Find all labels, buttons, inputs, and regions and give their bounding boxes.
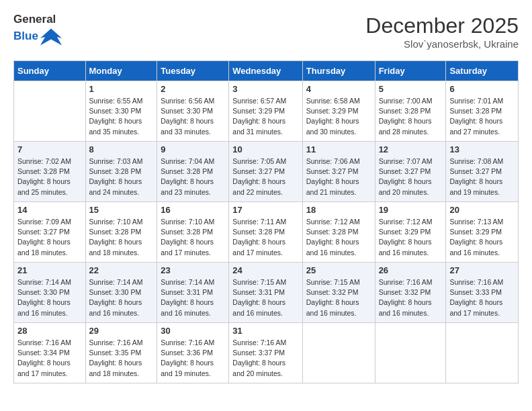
weekday-header-sunday: Sunday xyxy=(14,61,86,81)
day-info: Sunrise: 7:07 AM Sunset: 3:27 PM Dayligh… xyxy=(379,156,443,197)
day-cell xyxy=(302,323,375,383)
day-number: 10 xyxy=(232,144,298,154)
day-info: Sunrise: 7:08 AM Sunset: 3:27 PM Dayligh… xyxy=(449,156,515,197)
day-cell: 28Sunrise: 7:16 AM Sunset: 3:34 PM Dayli… xyxy=(14,323,86,383)
day-number: 14 xyxy=(17,205,82,215)
logo-bird-icon xyxy=(40,26,62,48)
logo-blue: Blue xyxy=(13,30,38,43)
day-info: Sunrise: 7:09 AM Sunset: 3:27 PM Dayligh… xyxy=(17,217,82,258)
day-number: 1 xyxy=(89,84,154,94)
day-cell: 23Sunrise: 7:14 AM Sunset: 3:31 PM Dayli… xyxy=(157,263,229,323)
day-number: 4 xyxy=(306,84,371,94)
day-cell: 10Sunrise: 7:05 AM Sunset: 3:27 PM Dayli… xyxy=(229,142,302,202)
day-number: 24 xyxy=(232,265,298,275)
day-info: Sunrise: 7:10 AM Sunset: 3:28 PM Dayligh… xyxy=(161,217,225,258)
day-number: 30 xyxy=(161,326,225,336)
day-cell xyxy=(14,81,86,142)
day-info: Sunrise: 7:04 AM Sunset: 3:28 PM Dayligh… xyxy=(161,156,225,197)
day-info: Sunrise: 7:11 AM Sunset: 3:28 PM Dayligh… xyxy=(232,217,298,258)
week-row-5: 28Sunrise: 7:16 AM Sunset: 3:34 PM Dayli… xyxy=(14,323,519,383)
page-header: General Blue December 2025 Slov`yanoserb… xyxy=(13,13,519,50)
day-info: Sunrise: 7:00 AM Sunset: 3:28 PM Dayligh… xyxy=(379,96,443,137)
week-row-4: 21Sunrise: 7:14 AM Sunset: 3:30 PM Dayli… xyxy=(14,263,519,323)
calendar-table: SundayMondayTuesdayWednesdayThursdayFrid… xyxy=(13,60,519,383)
location-subtitle: Slov`yanoserbsk, Ukraine xyxy=(365,38,519,50)
day-info: Sunrise: 7:03 AM Sunset: 3:28 PM Dayligh… xyxy=(89,156,154,197)
day-number: 21 xyxy=(17,265,82,275)
day-info: Sunrise: 7:02 AM Sunset: 3:28 PM Dayligh… xyxy=(17,156,82,197)
day-cell xyxy=(446,323,519,383)
day-info: Sunrise: 7:16 AM Sunset: 3:33 PM Dayligh… xyxy=(449,277,515,318)
day-number: 20 xyxy=(449,205,515,215)
day-number: 2 xyxy=(161,84,225,94)
day-cell: 16Sunrise: 7:10 AM Sunset: 3:28 PM Dayli… xyxy=(157,202,229,263)
day-info: Sunrise: 7:14 AM Sunset: 3:30 PM Dayligh… xyxy=(89,277,154,318)
day-cell xyxy=(375,323,446,383)
day-number: 28 xyxy=(17,326,82,336)
day-info: Sunrise: 6:57 AM Sunset: 3:29 PM Dayligh… xyxy=(232,96,298,137)
day-number: 26 xyxy=(379,265,443,275)
weekday-header-wednesday: Wednesday xyxy=(229,61,302,81)
day-cell: 25Sunrise: 7:15 AM Sunset: 3:32 PM Dayli… xyxy=(302,263,375,323)
day-number: 16 xyxy=(161,205,225,215)
day-cell: 21Sunrise: 7:14 AM Sunset: 3:30 PM Dayli… xyxy=(14,263,86,323)
month-title: December 2025 xyxy=(365,13,519,38)
day-info: Sunrise: 7:13 AM Sunset: 3:29 PM Dayligh… xyxy=(449,217,515,258)
weekday-header-thursday: Thursday xyxy=(302,61,375,81)
day-cell: 31Sunrise: 7:16 AM Sunset: 3:37 PM Dayli… xyxy=(229,323,302,383)
day-number: 31 xyxy=(232,326,298,336)
weekday-header-saturday: Saturday xyxy=(446,61,519,81)
day-info: Sunrise: 7:16 AM Sunset: 3:36 PM Dayligh… xyxy=(161,338,225,379)
svg-marker-0 xyxy=(40,28,62,45)
day-cell: 18Sunrise: 7:12 AM Sunset: 3:28 PM Dayli… xyxy=(302,202,375,263)
week-row-1: 1Sunrise: 6:55 AM Sunset: 3:30 PM Daylig… xyxy=(14,81,519,142)
day-cell: 27Sunrise: 7:16 AM Sunset: 3:33 PM Dayli… xyxy=(446,263,519,323)
day-number: 9 xyxy=(161,144,225,154)
day-number: 13 xyxy=(449,144,515,154)
day-number: 5 xyxy=(379,84,443,94)
day-cell: 1Sunrise: 6:55 AM Sunset: 3:30 PM Daylig… xyxy=(85,81,157,142)
day-info: Sunrise: 7:15 AM Sunset: 3:31 PM Dayligh… xyxy=(232,277,298,318)
day-number: 15 xyxy=(89,205,154,215)
day-cell: 22Sunrise: 7:14 AM Sunset: 3:30 PM Dayli… xyxy=(85,263,157,323)
day-number: 17 xyxy=(232,205,298,215)
day-info: Sunrise: 7:14 AM Sunset: 3:31 PM Dayligh… xyxy=(161,277,225,318)
day-info: Sunrise: 7:05 AM Sunset: 3:27 PM Dayligh… xyxy=(232,156,298,197)
day-cell: 5Sunrise: 7:00 AM Sunset: 3:28 PM Daylig… xyxy=(375,81,446,142)
day-cell: 30Sunrise: 7:16 AM Sunset: 3:36 PM Dayli… xyxy=(157,323,229,383)
weekday-header-row: SundayMondayTuesdayWednesdayThursdayFrid… xyxy=(14,61,519,81)
day-number: 11 xyxy=(306,144,371,154)
day-cell: 12Sunrise: 7:07 AM Sunset: 3:27 PM Dayli… xyxy=(375,142,446,202)
day-info: Sunrise: 7:16 AM Sunset: 3:35 PM Dayligh… xyxy=(89,338,154,379)
day-info: Sunrise: 7:12 AM Sunset: 3:28 PM Dayligh… xyxy=(306,217,371,258)
day-info: Sunrise: 7:12 AM Sunset: 3:29 PM Dayligh… xyxy=(379,217,443,258)
day-cell: 9Sunrise: 7:04 AM Sunset: 3:28 PM Daylig… xyxy=(157,142,229,202)
day-number: 18 xyxy=(306,205,371,215)
weekday-header-monday: Monday xyxy=(85,61,157,81)
day-cell: 11Sunrise: 7:06 AM Sunset: 3:27 PM Dayli… xyxy=(302,142,375,202)
day-cell: 24Sunrise: 7:15 AM Sunset: 3:31 PM Dayli… xyxy=(229,263,302,323)
day-number: 8 xyxy=(89,144,154,154)
day-cell: 29Sunrise: 7:16 AM Sunset: 3:35 PM Dayli… xyxy=(85,323,157,383)
day-info: Sunrise: 7:06 AM Sunset: 3:27 PM Dayligh… xyxy=(306,156,371,197)
day-cell: 6Sunrise: 7:01 AM Sunset: 3:28 PM Daylig… xyxy=(446,81,519,142)
day-cell: 8Sunrise: 7:03 AM Sunset: 3:28 PM Daylig… xyxy=(85,142,157,202)
day-number: 25 xyxy=(306,265,371,275)
day-info: Sunrise: 7:16 AM Sunset: 3:32 PM Dayligh… xyxy=(379,277,443,318)
day-info: Sunrise: 7:15 AM Sunset: 3:32 PM Dayligh… xyxy=(306,277,371,318)
weekday-header-friday: Friday xyxy=(375,61,446,81)
week-row-3: 14Sunrise: 7:09 AM Sunset: 3:27 PM Dayli… xyxy=(14,202,519,263)
weekday-header-tuesday: Tuesday xyxy=(157,61,229,81)
day-info: Sunrise: 7:14 AM Sunset: 3:30 PM Dayligh… xyxy=(17,277,82,318)
day-info: Sunrise: 7:10 AM Sunset: 3:28 PM Dayligh… xyxy=(89,217,154,258)
day-number: 3 xyxy=(232,84,298,94)
day-info: Sunrise: 7:16 AM Sunset: 3:34 PM Dayligh… xyxy=(17,338,82,379)
week-row-2: 7Sunrise: 7:02 AM Sunset: 3:28 PM Daylig… xyxy=(14,142,519,202)
day-number: 19 xyxy=(379,205,443,215)
day-number: 27 xyxy=(449,265,515,275)
day-cell: 17Sunrise: 7:11 AM Sunset: 3:28 PM Dayli… xyxy=(229,202,302,263)
day-cell: 13Sunrise: 7:08 AM Sunset: 3:27 PM Dayli… xyxy=(446,142,519,202)
day-info: Sunrise: 6:55 AM Sunset: 3:30 PM Dayligh… xyxy=(89,96,154,137)
day-cell: 20Sunrise: 7:13 AM Sunset: 3:29 PM Dayli… xyxy=(446,202,519,263)
title-block: December 2025 Slov`yanoserbsk, Ukraine xyxy=(365,13,519,50)
